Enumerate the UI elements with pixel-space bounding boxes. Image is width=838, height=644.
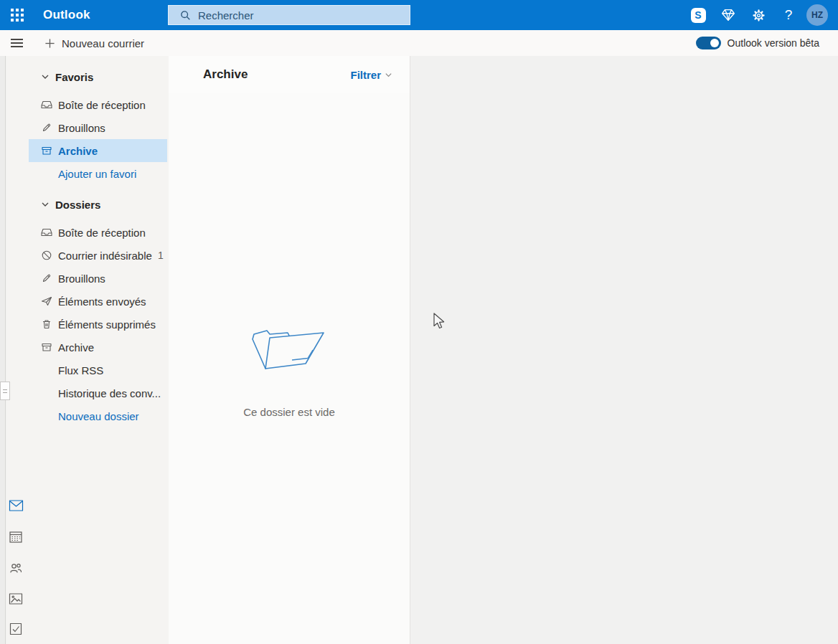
sidebar-item-drafts[interactable]: Brouillons [6, 267, 169, 290]
archive-icon [41, 341, 52, 353]
empty-folder-message: Ce dossier est vide [169, 406, 410, 418]
search-box[interactable] [168, 5, 410, 25]
app-launcher-button[interactable] [0, 0, 34, 30]
empty-folder-illustration [248, 326, 331, 384]
toggle-knob [710, 39, 719, 47]
message-list-pane: Archive Filtrer Ce dossier est vide [169, 56, 410, 644]
sidebar-item-conversation-history[interactable]: Historique des conv... [6, 382, 169, 404]
new-mail-button[interactable]: Nouveau courrier [44, 37, 144, 49]
sidebar-item-label: Courrier indésirable [58, 250, 152, 262]
help-button[interactable]: ? [773, 0, 804, 30]
folder-title: Archive [203, 67, 248, 82]
list-pane-header: Archive Filtrer [169, 56, 410, 93]
beta-toggle[interactable] [696, 37, 721, 49]
command-toolbar: Nouveau courrier Outlook version bêta [0, 30, 838, 56]
trash-icon [41, 318, 52, 330]
left-gutter [0, 56, 6, 644]
sidebar-item-deleted[interactable]: Éléments supprimés [6, 313, 169, 336]
people-module-button[interactable] [8, 560, 24, 576]
tasks-icon [9, 622, 23, 636]
sidebar-item-label: Boîte de réception [58, 227, 146, 239]
sidebar-item-inbox[interactable]: Boîte de réception [6, 221, 169, 244]
sidebar-item-label: Flux RSS [58, 364, 103, 377]
gear-icon [751, 8, 766, 23]
skype-icon: S [691, 8, 706, 23]
send-icon [41, 295, 52, 307]
top-app-bar: Outlook S [0, 0, 838, 30]
app-launcher-icon [11, 9, 24, 22]
mail-module-button[interactable] [8, 498, 24, 513]
collapse-nav-button[interactable] [0, 30, 33, 56]
beta-switch-group: Outlook version bêta [696, 37, 838, 49]
topbar-icons: S [683, 0, 838, 30]
inbox-icon [41, 99, 52, 110]
archive-icon [41, 145, 52, 156]
chevron-down-icon [41, 200, 50, 209]
inbox-icon [41, 227, 52, 238]
favorites-section-header[interactable]: Favoris [6, 65, 169, 88]
chevron-down-icon [385, 71, 392, 79]
sidebar-item-junk[interactable]: Courrier indésirable 1 [6, 244, 169, 267]
plus-icon [44, 38, 55, 49]
avatar[interactable]: HZ [806, 4, 828, 26]
pencil-icon [41, 273, 52, 284]
new-folder-link[interactable]: Nouveau dossier [6, 404, 169, 427]
diamond-icon [720, 7, 736, 23]
calendar-module-button[interactable] [8, 529, 24, 545]
sidebar-item-sent[interactable]: Éléments envoyés [6, 290, 169, 313]
sidebar-item-inbox-favorite[interactable]: Boîte de réception [6, 93, 169, 116]
new-mail-label: Nouveau courrier [62, 37, 144, 49]
settings-button[interactable] [743, 0, 773, 30]
folders-section-header[interactable]: Dossiers [6, 193, 169, 216]
sidebar-item-label: Archive [58, 145, 98, 157]
search-icon [180, 10, 191, 21]
sidebar-item-label: Nouveau dossier [58, 410, 139, 422]
beta-toggle-label: Outlook version bêta [728, 37, 819, 49]
app-title: Outlook [43, 8, 90, 22]
outlook-window: Outlook S [0, 0, 838, 644]
blocked-icon [41, 250, 52, 261]
sidebar-item-label: Boîte de réception [58, 99, 146, 111]
sidebar-item-label: Archive [58, 341, 94, 354]
search-input[interactable] [198, 9, 404, 22]
sidebar-item-drafts-favorite[interactable]: Brouillons [6, 116, 169, 139]
skype-button[interactable]: S [683, 0, 713, 30]
sidebar-item-label: Éléments envoyés [58, 295, 146, 308]
sidebar-resize-handle[interactable] [0, 382, 10, 400]
filter-label: Filtrer [350, 69, 381, 81]
sidebar-item-label: Ajouter un favori [58, 168, 136, 180]
mail-icon [9, 499, 24, 512]
sidebar-item-archive[interactable]: Archive [6, 336, 169, 359]
people-icon [9, 561, 23, 575]
premium-button[interactable] [713, 0, 743, 30]
filter-button[interactable]: Filtrer [350, 69, 392, 81]
chevron-down-icon [41, 72, 50, 81]
photos-module-button[interactable] [8, 591, 24, 607]
favorites-header-label: Favoris [55, 71, 93, 83]
tasks-module-button[interactable] [8, 621, 24, 637]
calendar-icon [9, 530, 23, 544]
sidebar-item-label: Brouillons [58, 122, 105, 134]
sidebar-item-label: Historique des conv... [58, 387, 161, 399]
folder-sidebar: Favoris Boîte de réception Brouillons [6, 56, 169, 644]
folders-header-label: Dossiers [55, 199, 100, 211]
sidebar-item-label: Éléments supprimés [58, 318, 156, 331]
add-favorite-link[interactable]: Ajouter un favori [6, 162, 169, 185]
pencil-icon [41, 122, 52, 133]
help-icon: ? [785, 7, 793, 23]
reading-pane [410, 56, 838, 644]
sidebar-item-rss[interactable]: Flux RSS [6, 359, 169, 382]
sidebar-item-label: Brouillons [58, 273, 105, 285]
photos-icon [9, 592, 23, 605]
sidebar-item-archive-favorite[interactable]: Archive [29, 139, 167, 162]
